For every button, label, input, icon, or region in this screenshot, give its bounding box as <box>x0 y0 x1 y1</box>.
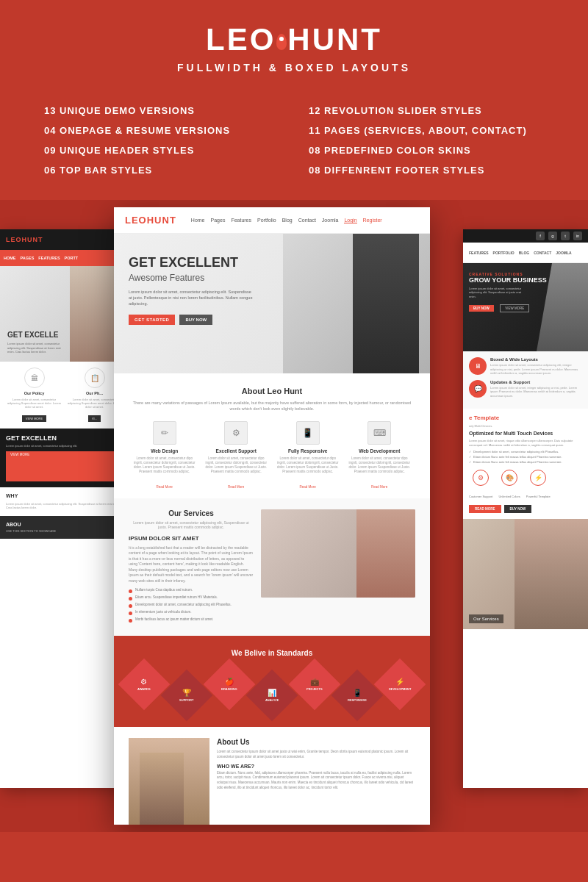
sc-hero-content: GET EXCELLENT Awesome Features Lorem ips… <box>129 256 254 325</box>
screenshots-area: LEOHUNT HOME PAGES FEATURES PORTT GET EX… <box>0 200 588 832</box>
feature-left-3: 09 Unique Header Styles <box>44 143 279 158</box>
sc-diamond-inner-1: 🏆 SUPPORT <box>179 689 193 702</box>
sc-diamond-inner-5: 📱 RESPONSIVE <box>348 689 367 702</box>
sr-optimized-body: Lorem ipsum dolor sit amet, risque odio … <box>469 439 582 447</box>
sl-hero-body: Lorem ipsum dolor sit amet, consectetur … <box>7 342 66 354</box>
sr-icon-item-0: ⚙ Customer Support <box>469 470 492 501</box>
sc-feature-card-0: ✏ Web Design Lorem dolor sit amet, conse… <box>132 421 197 491</box>
sc-about2-person <box>140 753 184 825</box>
sl-about-body: USE THIS SECTION TO SHOWCASE <box>6 529 123 534</box>
sl-why-title: WHY <box>6 493 123 498</box>
sr-colors-icon: 🎨 <box>501 470 517 486</box>
sl-view-more-btn-1[interactable]: View More <box>22 415 46 422</box>
sc-diamond-icon-4: 💼 <box>306 678 323 686</box>
sc-services-section: Our Services Lorem ipsum dolor sit amet,… <box>114 498 430 637</box>
sl-nav-features[interactable]: FEATURES <box>38 256 60 260</box>
sc-diamond-inner-6: ⚡ DEVELOPMENT <box>389 678 411 691</box>
sc-diamond-inner-2: 🍎 BRANDING <box>221 678 237 691</box>
sl-nav-port[interactable]: PORTT <box>65 256 79 260</box>
sc-feature-link-0[interactable]: Read More <box>157 485 173 489</box>
sc-hero-person-silhouette <box>353 234 419 373</box>
feature-left-4: 06 Top Bar Styles <box>44 162 279 178</box>
sc-diamond-6: ⚡ DEVELOPMENT <box>374 659 426 711</box>
sr-nav-contact[interactable]: CONTACT <box>534 251 551 255</box>
sc-diamond-icon-0: ⚙ <box>137 678 151 686</box>
sc-diamond-icon-6: ⚡ <box>389 678 411 686</box>
sc-nav-pages[interactable]: Pages <box>211 218 226 223</box>
sc-nav-register[interactable]: Register <box>363 218 382 223</box>
sc-feature-link-2[interactable]: Read More <box>300 485 316 489</box>
sc-nav-login[interactable]: Login <box>344 218 356 223</box>
sr-buy-btn[interactable]: Buy Now <box>504 505 532 513</box>
logo-icon <box>276 34 287 50</box>
sc-diamond-icon-3: 📊 <box>265 689 279 697</box>
sl-excell-body: Lorem ipsum dolor sit amet, consectetur … <box>6 444 123 448</box>
sc-bullet-2: Development dolor sit amet, consectetur … <box>129 603 254 608</box>
sr-feature-body-0: Lorem ipsum dolor sit amet, consectetur … <box>490 363 582 376</box>
sl-nav-home[interactable]: HOME <box>4 256 16 260</box>
sc-nav-contact[interactable]: Contact <box>298 218 316 223</box>
sc-get-started-btn[interactable]: GET STARTED <box>129 315 175 325</box>
sc-diamond-label-5: RESPONSIVE <box>348 698 367 702</box>
sc-nav-home[interactable]: Home <box>191 218 205 223</box>
logo-text-2: HUNT <box>287 22 382 57</box>
sc-services-sub: Lorem ipsum dolor sit amet, consectetur … <box>129 520 254 529</box>
sr-icon-label-2: Powerful Template <box>526 495 551 498</box>
sc-diamond-4: 💼 PROJECTS <box>289 659 341 711</box>
sc-bullet-text-4: Morbi facilisus lacus ac ipsum matter di… <box>135 617 213 622</box>
sr-nav-portfolio[interactable]: PORTFOLIO <box>493 251 514 255</box>
sl-about-dark: ABOU USE THIS SECTION TO SHOWCASE <box>0 516 129 539</box>
sr-hero-grow: GROW YOUR BUSINESS <box>469 276 582 284</box>
sc-diamond-1: 🏆 SUPPORT <box>161 670 213 722</box>
sc-about2-section: About Us Lorem sit consectetur ipsum dol… <box>114 727 430 825</box>
sc-nav-joomla[interactable]: Joomla <box>322 218 339 223</box>
sr-icon-item-1: 🎨 Unlimited Colors <box>498 470 520 501</box>
sr-nav-features[interactable]: FEATURES <box>469 251 489 255</box>
sc-diamond-icon-5: 📱 <box>348 689 367 697</box>
sl-nav-pages[interactable]: PAGES <box>21 256 35 260</box>
sr-feature-title-0: Boxed & Wide Layouts <box>490 357 582 362</box>
sr-check-2: ✓ Etiam dictum Nunc ante feli massa tell… <box>469 460 582 464</box>
sc-bullet-1: Etiam arcu. Suspendisse imperdiet rutrum… <box>129 595 254 600</box>
sr-twitter-icon[interactable]: t <box>561 232 570 240</box>
sc-diamond-label-0: AWARDS <box>137 687 151 691</box>
sr-customer-support-icon: ⚙ <box>473 470 489 486</box>
sc-bullet-dot-0 <box>129 589 132 593</box>
sr-icons-row: ⚙ Customer Support 🎨 Unlimited Colors ⚡ … <box>469 470 582 501</box>
sc-feature-body-0: Lorem dolor sit amet, consectetur dipo i… <box>132 456 197 475</box>
sl-logo: LEOHUNT <box>6 236 43 243</box>
sr-view-more-btn[interactable]: View More <box>500 304 529 312</box>
sc-feature-link-1[interactable]: Read More <box>228 485 244 489</box>
sl-policy-title-1: Our Policy <box>6 391 62 395</box>
sc-lorem-body: It is a long established fact that a rea… <box>129 545 254 584</box>
sc-nav-portfolio[interactable]: Portfolio <box>257 218 276 223</box>
screenshot-left: LEOHUNT HOME PAGES FEATURES PORTT GET EX… <box>0 229 129 788</box>
sr-linkedin-icon[interactable]: in <box>573 232 582 240</box>
sc-hero-bg <box>283 234 430 373</box>
sc-feature-title-0: Web Design <box>132 448 197 453</box>
sr-nav-blog[interactable]: BLOG <box>519 251 529 255</box>
sr-check-icon-0: ✓ <box>469 450 471 453</box>
sc-diamond-icon-2: 🍎 <box>221 678 237 686</box>
sc-buy-now-btn[interactable]: BUY NOW <box>179 315 212 325</box>
sr-check-text-2: Etiam dictum Nunc ante feli massa tellus… <box>473 460 562 464</box>
sr-google-icon[interactable]: g <box>548 232 557 240</box>
sc-about2-body: Lorem sit consectetur ipsum dolor sit am… <box>217 750 415 760</box>
sc-feature-card-2: 📱 Fully Responsive Lorem dolor sit amet,… <box>276 421 340 491</box>
feature-right-2: 11 Pages (services, about, contact) <box>309 123 544 138</box>
sc-diamond-5: 📱 RESPONSIVE <box>331 670 384 722</box>
sl-view-more-btn-2[interactable]: Vi... <box>88 415 101 422</box>
sc-nav-blog[interactable]: Blog <box>282 218 293 223</box>
sc-nav-features[interactable]: Features <box>231 218 251 223</box>
sr-buy-now-btn[interactable]: Buy Now <box>469 305 494 312</box>
sc-standards-title: We Belive in Standards <box>125 649 419 657</box>
sr-read-more-btn[interactable]: READ MORE <box>469 505 501 513</box>
sr-hero: Creative Solutions GROW YOUR BUSINESS Lo… <box>463 263 588 351</box>
sc-feature-link-3[interactable]: Read More <box>371 485 387 489</box>
sr-nav-joomla[interactable]: JOOMLA <box>556 251 571 255</box>
sl-view-btn[interactable]: View More <box>6 451 123 481</box>
sc-diamond-label-2: BRANDING <box>221 687 237 691</box>
sc-diamond-3: 📊 ANALYZE <box>246 670 298 722</box>
sr-facebook-icon[interactable]: f <box>536 232 545 240</box>
sc-services-right <box>261 509 415 625</box>
